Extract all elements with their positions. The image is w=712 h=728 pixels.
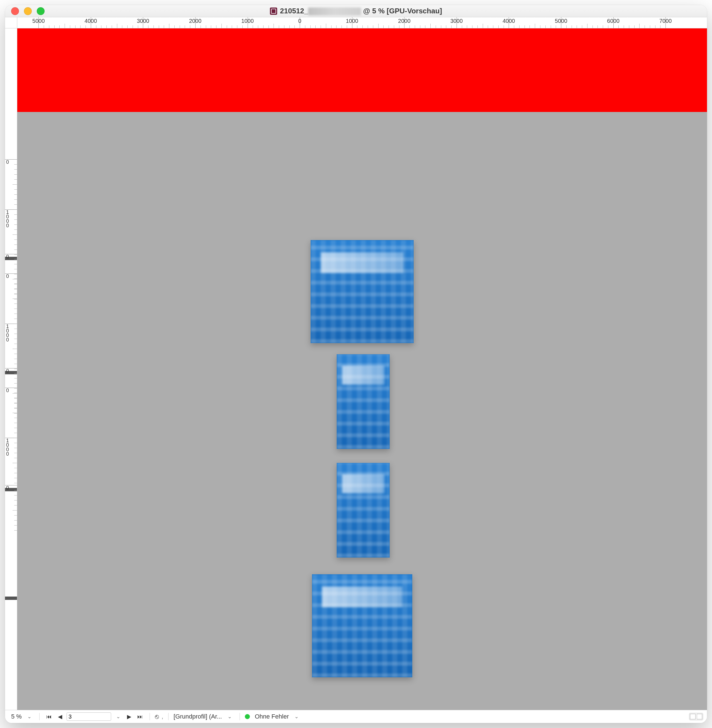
- page-thumbnail-3[interactable]: [337, 463, 390, 557]
- next-page-button[interactable]: ▶: [125, 712, 133, 721]
- ruler-tick-label: 1000: [6, 210, 9, 228]
- ruler-tick-label: 6000: [607, 18, 620, 24]
- zoom-dropdown-chevron-icon[interactable]: ⌄: [25, 713, 34, 720]
- page-number-input[interactable]: [67, 712, 111, 721]
- ruler-tick-label: 1000: [6, 324, 9, 342]
- ruler-origin-corner[interactable]: [5, 17, 17, 28]
- ruler-tick-label: 4000: [503, 18, 515, 24]
- ruler-tick-label: 0: [6, 369, 9, 373]
- title-suffix: @ 5 % [GPU-Vorschau]: [361, 7, 442, 15]
- window-title: 210512_ @ 5 % [GPU-Vorschau]: [5, 7, 707, 15]
- ruler-tick-label: 0: [6, 274, 9, 279]
- title-prefix: 210512_: [280, 7, 308, 15]
- ruler-tick-label: 0: [6, 486, 9, 490]
- first-page-button[interactable]: ⏮: [44, 712, 53, 721]
- ruler-tick-label: 3000: [137, 18, 149, 24]
- ruler-row: 5000400030002000100001000200030004000500…: [5, 17, 707, 28]
- spread-break: [5, 596, 17, 600]
- indesign-app-icon: [270, 7, 277, 15]
- screen-mode-split-icon[interactable]: [689, 713, 703, 720]
- window: 210512_ @ 5 % [GPU-Vorschau] 50004000300…: [5, 5, 707, 723]
- divider: [168, 713, 169, 720]
- ruler-tick-label: 1000: [6, 438, 9, 456]
- ruler-tick-label: 0: [298, 18, 301, 24]
- close-button-icon[interactable]: [11, 7, 19, 15]
- page-thumbnail-4[interactable]: [312, 574, 412, 677]
- ruler-tick-label: 1000: [346, 18, 358, 24]
- ruler-tick-label: 0: [6, 388, 9, 393]
- page-dropdown-chevron-icon[interactable]: ⌄: [114, 713, 123, 720]
- red-overflow-band: [17, 28, 707, 112]
- horizontal-ruler[interactable]: 5000400030002000100001000200030004000500…: [17, 17, 707, 28]
- document-canvas[interactable]: [17, 28, 707, 710]
- last-page-button[interactable]: ⏭: [136, 712, 145, 721]
- ruler-tick-label: 2000: [398, 18, 411, 24]
- ruler-tick-label: 0: [6, 160, 9, 164]
- divider: [150, 713, 150, 720]
- page-thumbnail-2[interactable]: [337, 354, 390, 449]
- minimize-button-icon[interactable]: [24, 7, 32, 15]
- zoom-button-icon[interactable]: [37, 7, 44, 15]
- work-area: 010000010000010000: [5, 28, 707, 710]
- preflight-profile-label[interactable]: [Grundprofil] (Ar...: [174, 713, 222, 720]
- zoom-level[interactable]: 5 %: [11, 713, 22, 720]
- preflight-errors-label[interactable]: Ohne Fehler: [255, 713, 289, 720]
- title-redacted: [308, 7, 361, 15]
- previous-page-button[interactable]: ◀: [56, 712, 64, 721]
- status-bar: 5 % ⌄ ⏮ ◀ ⌄ ▶ ⏭ ⎋ , [Grundprofil] (Ar...…: [5, 710, 707, 723]
- preflight-errors-chevron-icon[interactable]: ⌄: [292, 713, 301, 720]
- divider: [39, 713, 40, 720]
- ruler-tick-label: 0: [6, 255, 9, 259]
- preflight-status-ok-icon: [245, 714, 250, 719]
- page-thumbnail-1[interactable]: [311, 240, 414, 343]
- ruler-tick-label: 3000: [451, 18, 463, 24]
- ruler-tick-label: 4000: [85, 18, 97, 24]
- open-dialog-icon[interactable]: ⎋: [155, 713, 159, 720]
- ruler-tick-label: 1000: [241, 18, 254, 24]
- traffic-lights: [5, 7, 44, 15]
- ruler-tick-label: 7000: [659, 18, 672, 24]
- titlebar: 210512_ @ 5 % [GPU-Vorschau]: [5, 5, 707, 17]
- ruler-tick-label: 5000: [32, 18, 45, 24]
- preflight-profile-chevron-icon[interactable]: ⌄: [225, 713, 234, 720]
- ruler-tick-label: 5000: [555, 18, 567, 24]
- ruler-tick-label: 2000: [189, 18, 202, 24]
- vertical-ruler[interactable]: 010000010000010000: [5, 28, 17, 710]
